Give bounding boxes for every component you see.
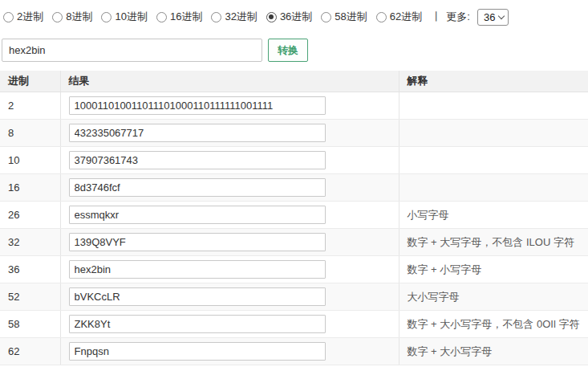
explanation-cell — [399, 120, 588, 147]
radio-option-36[interactable]: 36进制 — [266, 10, 312, 24]
table-row-base16: 16 — [0, 174, 588, 202]
radio-label: 10进制 — [115, 10, 147, 24]
radio-checked-icon[interactable] — [266, 12, 277, 22]
table-row-base2: 2 — [0, 92, 588, 120]
base-cell: 36 — [0, 256, 60, 283]
separator: 丨 — [431, 10, 441, 24]
chevron-down-icon — [498, 12, 505, 18]
table-row-base8: 8 — [0, 120, 588, 147]
result-input-base10[interactable] — [69, 151, 326, 169]
base-cell: 16 — [0, 174, 60, 202]
radio-icon[interactable] — [211, 12, 221, 22]
radio-label: 62进制 — [390, 10, 422, 24]
result-input-base58[interactable] — [69, 315, 326, 333]
explanation-cell: 数字 + 大小写字母，不包含 0OIl 字符 — [399, 311, 588, 338]
base-cell: 8 — [0, 120, 60, 147]
more-label: 更多: — [446, 10, 470, 24]
radio-icon[interactable] — [321, 12, 331, 22]
radio-label: 2进制 — [17, 10, 43, 24]
radio-option-58[interactable]: 58进制 — [321, 10, 367, 24]
result-input-base52[interactable] — [69, 287, 326, 306]
result-input-base2[interactable] — [69, 96, 326, 115]
explanation-cell — [399, 92, 588, 120]
explanation-cell — [399, 174, 588, 202]
radio-label: 58进制 — [335, 10, 367, 24]
table-row-base58: 58 数字 + 大小写字母，不包含 0OIl 字符 — [0, 311, 588, 338]
radio-option-8[interactable]: 8进制 — [52, 10, 92, 24]
table-row-base36: 36 数字 + 小写字母 — [0, 256, 588, 283]
result-input-base26[interactable] — [69, 206, 326, 224]
result-input-base32[interactable] — [69, 233, 326, 251]
radio-icon[interactable] — [156, 12, 167, 22]
table-row-base62: 62 数字 + 大小写字母 — [0, 338, 588, 365]
convert-button[interactable]: 转换 — [268, 39, 308, 62]
header-result: 结果 — [60, 71, 399, 92]
explanation-cell: 大小写字母 — [399, 283, 588, 311]
base-cell: 62 — [0, 338, 60, 365]
base-cell: 2 — [0, 92, 60, 120]
convert-input[interactable] — [2, 39, 262, 62]
radio-label: 16进制 — [170, 10, 202, 24]
base-cell: 26 — [0, 202, 60, 229]
table-row-base10: 10 — [0, 147, 588, 174]
header-base: 进制 — [0, 71, 60, 92]
radio-icon[interactable] — [101, 12, 112, 22]
radio-icon[interactable] — [3, 12, 14, 22]
explanation-cell: 小写字母 — [399, 202, 588, 229]
radio-option-16[interactable]: 16进制 — [156, 10, 202, 24]
results-table: 进制 结果 解释 2 8 10 16 26 小写字母 — [0, 71, 588, 365]
radio-label: 36进制 — [280, 10, 312, 24]
radio-icon[interactable] — [52, 12, 63, 22]
result-input-base62[interactable] — [69, 342, 326, 361]
explanation-cell — [399, 147, 588, 174]
radio-icon[interactable] — [376, 12, 387, 22]
header-explanation: 解释 — [399, 71, 588, 92]
radio-option-32[interactable]: 32进制 — [211, 10, 257, 24]
radio-option-10[interactable]: 10进制 — [101, 10, 147, 24]
explanation-cell: 数字 + 大写字母，不包含 ILOU 字符 — [399, 229, 588, 256]
base-radio-group: 2进制 8进制 10进制 16进制 32进制 36进制 58进制 62进制 丨 … — [3, 8, 588, 26]
base-cell: 32 — [0, 229, 60, 256]
result-input-base8[interactable] — [69, 124, 326, 142]
radio-label: 32进制 — [225, 10, 257, 24]
more-base-select-value: 36 — [484, 11, 495, 23]
explanation-cell: 数字 + 小写字母 — [399, 256, 588, 283]
result-input-base16[interactable] — [69, 178, 326, 197]
converter-bar: 转换 — [2, 39, 588, 62]
table-row-base32: 32 数字 + 大写字母，不包含 ILOU 字符 — [0, 229, 588, 256]
table-row-base26: 26 小写字母 — [0, 202, 588, 229]
result-input-base36[interactable] — [69, 260, 326, 279]
radio-option-2[interactable]: 2进制 — [3, 10, 43, 24]
radio-label: 8进制 — [66, 10, 92, 24]
explanation-cell: 数字 + 大小写字母 — [399, 338, 588, 365]
more-base-select[interactable]: 36 — [477, 9, 509, 26]
base-cell: 58 — [0, 311, 60, 338]
base-cell: 52 — [0, 283, 60, 311]
table-row-base52: 52 大小写字母 — [0, 283, 588, 311]
base-cell: 10 — [0, 147, 60, 174]
table-header-row: 进制 结果 解释 — [0, 71, 588, 92]
radio-option-62[interactable]: 62进制 — [376, 10, 422, 24]
